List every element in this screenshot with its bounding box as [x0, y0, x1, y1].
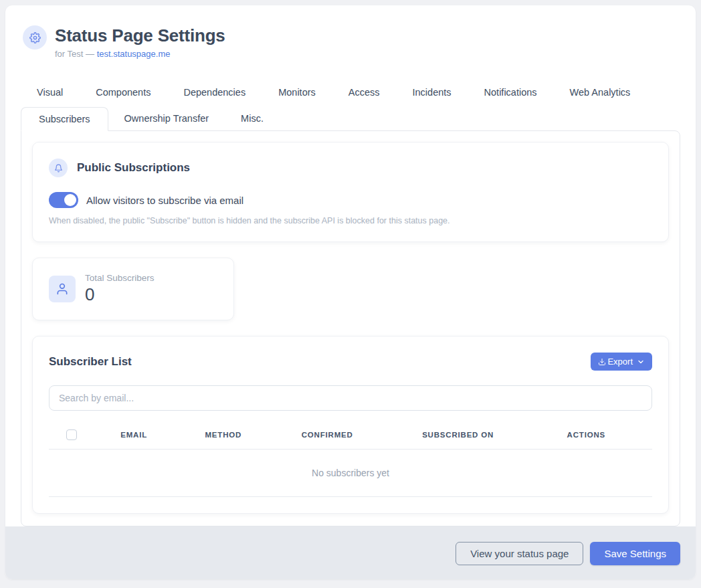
subscribe-toggle-label: Allow visitors to subscribe via email	[86, 195, 243, 206]
page-subtitle: for Test — test.statuspage.me	[55, 49, 225, 59]
tab-access[interactable]: Access	[348, 87, 380, 98]
empty-state-row: No subscribers yet	[49, 450, 652, 497]
tabs-row-secondary: Subscribers Ownership Transfer Misc.	[21, 107, 696, 130]
empty-state-text: No subscribers yet	[49, 450, 652, 497]
tab-components[interactable]: Components	[96, 87, 151, 98]
tab-dependencies[interactable]: Dependencies	[183, 87, 245, 98]
tab-web-analytics[interactable]: Web Analytics	[570, 87, 631, 98]
footer-action-bar: View your status page Save Settings	[5, 526, 696, 579]
column-header-actions: ACTIONS	[550, 424, 652, 450]
total-subscribers-text: Total Subscribers 0	[85, 273, 155, 305]
chevron-down-icon	[637, 358, 645, 366]
subscriber-table: EMAIL METHOD CONFIRMED SUBSCRIBED ON ACT…	[49, 424, 652, 497]
export-button[interactable]: Export	[591, 353, 652, 371]
tabs-row-primary: Visual Components Dependencies Monitors …	[5, 87, 696, 98]
subscribe-toggle-row: Allow visitors to subscribe via email	[49, 192, 652, 208]
allow-subscribe-toggle[interactable]	[49, 192, 78, 208]
column-header-subscribed-on: SUBSCRIBED ON	[405, 424, 549, 450]
total-subscribers-card: Total Subscribers 0	[32, 258, 234, 320]
total-subscribers-label: Total Subscribers	[85, 273, 155, 283]
tab-ownership-transfer[interactable]: Ownership Transfer	[108, 107, 225, 130]
save-settings-button[interactable]: Save Settings	[590, 542, 680, 565]
subscriber-list-header: Subscriber List Export	[49, 353, 652, 371]
download-icon	[598, 358, 606, 366]
subscriber-list-title: Subscriber List	[49, 355, 132, 369]
status-page-settings-card: Status Page Settings for Test — test.sta…	[5, 5, 696, 579]
page-title: Status Page Settings	[55, 25, 225, 46]
column-header-method: METHOD	[187, 424, 284, 450]
public-subscriptions-title: Public Subscriptions	[77, 161, 190, 175]
subscribers-tab-panel: Public Subscriptions Allow visitors to s…	[21, 130, 680, 526]
bell-icon	[49, 159, 68, 177]
tab-notifications[interactable]: Notifications	[484, 87, 537, 98]
total-subscribers-value: 0	[85, 284, 155, 305]
subtitle-prefix: for Test —	[55, 49, 97, 59]
public-subscriptions-card: Public Subscriptions Allow visitors to s…	[32, 142, 669, 242]
subscriber-list-card: Subscriber List Export	[32, 336, 669, 514]
subscribe-helper-text: When disabled, the public "Subscribe" bu…	[49, 216, 652, 225]
tab-incidents[interactable]: Incidents	[413, 87, 452, 98]
settings-icon	[23, 25, 47, 50]
status-page-link[interactable]: test.statuspage.me	[97, 49, 171, 59]
tab-monitors[interactable]: Monitors	[278, 87, 316, 98]
column-header-email: EMAIL	[103, 424, 187, 450]
view-status-page-button[interactable]: View your status page	[456, 542, 583, 565]
public-subscriptions-header: Public Subscriptions	[49, 159, 652, 177]
search-input[interactable]	[49, 385, 652, 411]
user-icon	[49, 276, 76, 302]
page-title-block: Status Page Settings for Test — test.sta…	[55, 25, 225, 59]
toggle-knob	[64, 194, 76, 206]
tab-misc[interactable]: Misc.	[225, 107, 280, 130]
export-button-label: Export	[607, 357, 633, 367]
tab-subscribers[interactable]: Subscribers	[21, 107, 108, 131]
page-header: Status Page Settings for Test — test.sta…	[5, 5, 696, 59]
tab-visual[interactable]: Visual	[37, 87, 63, 98]
column-header-confirmed: CONFIRMED	[284, 424, 405, 450]
table-header-row: EMAIL METHOD CONFIRMED SUBSCRIBED ON ACT…	[49, 424, 652, 450]
select-all-checkbox[interactable]	[66, 429, 77, 440]
